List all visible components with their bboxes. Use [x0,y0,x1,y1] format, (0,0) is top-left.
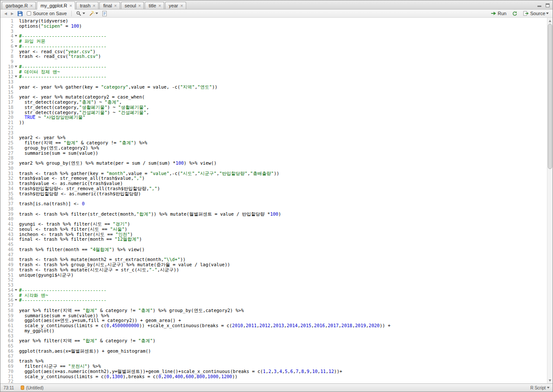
code-line[interactable]: 64year %>% filter(지역 == "합계" & category … [0,338,547,344]
line-number[interactable]: 65 [0,344,13,349]
tab-close-icon[interactable]: × [70,3,72,8]
code-line[interactable]: 50trash <- trash %>% mutate(시도시군구 = str_… [0,268,547,273]
tab-close-icon[interactable]: × [114,3,117,8]
compile-report-button[interactable] [101,10,108,17]
line-number[interactable]: 2 [0,24,13,29]
code-line[interactable]: 1library(tidyverse) [0,19,547,24]
line-number[interactable]: 49 [0,262,13,268]
line-number[interactable]: 69 [0,364,13,369]
find-replace-button[interactable] [75,10,86,17]
editor-tab-year[interactable]: year× [165,2,186,9]
code-line[interactable]: 27 summarise(sum = sum(value)) [0,151,547,156]
code-line[interactable]: 67 [0,354,547,359]
code-editor[interactable]: 1library(tidyverse)2options("scipen" = 1… [0,18,553,383]
code-line[interactable]: 29year2 %>% group_by(연도) %>% mutate(per … [0,161,547,166]
code-line[interactable]: 20 TRUE ~ "사업장일반폐기물" [0,115,547,120]
line-number[interactable]: 21 [0,120,13,125]
line-number[interactable]: 45 [0,242,13,247]
fold-arrow-icon[interactable] [13,64,19,70]
code-line[interactable]: 35trash$반입할당량 <- as.numeric(trash$반입할당량) [0,191,547,197]
line-number[interactable]: 54 [0,288,13,293]
code-line[interactable]: 56#------------------------------- [0,298,547,303]
line-number[interactable]: 72 [0,379,13,383]
code-line[interactable]: 14year <- year %>% gather(key = "categor… [0,85,547,90]
code-line[interactable]: 52 [0,277,547,283]
fold-arrow-icon[interactable] [13,74,19,80]
vertical-scrollbar[interactable] [547,18,553,383]
line-number[interactable]: 70 [0,369,13,374]
line-number[interactable]: 50 [0,268,13,273]
tab-close-icon[interactable]: × [158,3,161,8]
line-number[interactable]: 1 [0,19,13,24]
code-line[interactable]: 66ggplot(trash,aes(x=월별퍼센트)) + geom_hist… [0,349,547,354]
line-number[interactable]: 34 [0,186,13,191]
code-line[interactable]: 71 scale_y_continuous(limits = c(0,1300)… [0,374,547,379]
tab-close-icon[interactable]: × [30,3,32,8]
code-line[interactable]: 37trash[is.na(trash)] <- 0 [0,201,547,207]
line-number[interactable]: 42 [0,227,13,232]
scroll-up-arrow-icon[interactable] [547,18,553,23]
fold-arrow-icon[interactable] [13,288,19,293]
line-number[interactable]: 5 [0,39,13,44]
code-line[interactable]: 39trash <- trash %>% filter(str_detect(m… [0,212,547,217]
code-tools-button[interactable] [88,10,99,17]
line-number[interactable]: 10 [0,64,13,70]
line-number[interactable]: 46 [0,247,13,252]
save-button[interactable] [16,10,24,17]
line-number[interactable]: 62 [0,328,13,334]
scrollbar-thumb[interactable] [548,24,552,169]
code-line[interactable]: 23 [0,131,547,136]
line-number[interactable]: 26 [0,146,13,151]
forward-button[interactable]: ▶ [10,11,15,16]
line-number[interactable]: 6 [0,44,13,49]
line-number[interactable]: 58 [0,308,13,313]
rerun-previous-button[interactable] [511,10,519,17]
line-number[interactable]: 53 [0,283,13,288]
tab-close-icon[interactable]: × [92,3,95,8]
code-line[interactable]: 44final <- trash %>% filter(month == "12… [0,237,547,242]
code-line[interactable]: 54#------------------------------- [0,288,547,293]
line-number[interactable]: 18 [0,105,13,110]
line-number[interactable]: 57 [0,303,13,308]
editor-tab-title[interactable]: title× [145,2,164,9]
line-number[interactable]: 38 [0,207,13,212]
back-button[interactable]: ◀ [3,11,8,16]
source-button[interactable]: Source [522,10,550,16]
fold-arrow-icon[interactable] [13,298,19,303]
fold-arrow-icon[interactable] [13,34,19,39]
line-number[interactable]: 25 [0,140,13,146]
line-number[interactable]: 22 [0,125,13,131]
fold-arrow-icon[interactable] [13,44,19,49]
line-number[interactable]: 29 [0,161,13,166]
tab-close-icon[interactable]: × [138,3,141,8]
line-number[interactable]: 66 [0,349,13,354]
code-line[interactable]: 10#------------------------------- [0,64,547,70]
code-line[interactable]: 51unique(gyungi$시군구) [0,273,547,278]
code-line[interactable]: 62 my_ggplot() [0,328,547,334]
maximize-pane-icon[interactable] [545,2,550,7]
code-line[interactable]: 22 [0,125,547,131]
code-line[interactable]: 12#------------------------------- [0,74,547,80]
code-line[interactable]: 46trash %>% filter(month == "4월합계") %>% … [0,247,547,252]
tab-close-icon[interactable]: × [180,3,183,8]
code-line[interactable]: 61 scale_y_continuous(limits = c(0,45000… [0,323,547,328]
line-number[interactable]: 33 [0,181,13,186]
editor-tab-my-ggplot-r[interactable]: my_ggplot.R× [37,1,75,10]
source-on-save-checkbox[interactable]: Source on Save [25,10,68,16]
file-type-selector[interactable]: R Script [530,386,550,390]
run-button[interactable]: Run [489,10,508,16]
code-line[interactable]: 8trash <- read_csv("trash.csv") [0,54,547,59]
line-number[interactable]: 17 [0,100,13,105]
code-line[interactable]: 72 [0,379,547,383]
editor-tab-seoul[interactable]: seoul× [121,2,144,9]
line-number[interactable]: 41 [0,222,13,227]
line-number[interactable]: 14 [0,85,13,90]
line-number[interactable]: 13 [0,80,13,85]
editor-tab-trash[interactable]: trash× [76,2,99,9]
section-navigator[interactable]: (Untitled) [21,386,44,390]
line-number[interactable]: 9 [0,59,13,64]
editor-tab-garbage-r[interactable]: garbage.R× [2,2,36,9]
line-number[interactable]: 37 [0,201,13,207]
code-line[interactable]: 4#------------------------------- [0,34,547,39]
editor-tab-final[interactable]: final× [99,2,120,9]
